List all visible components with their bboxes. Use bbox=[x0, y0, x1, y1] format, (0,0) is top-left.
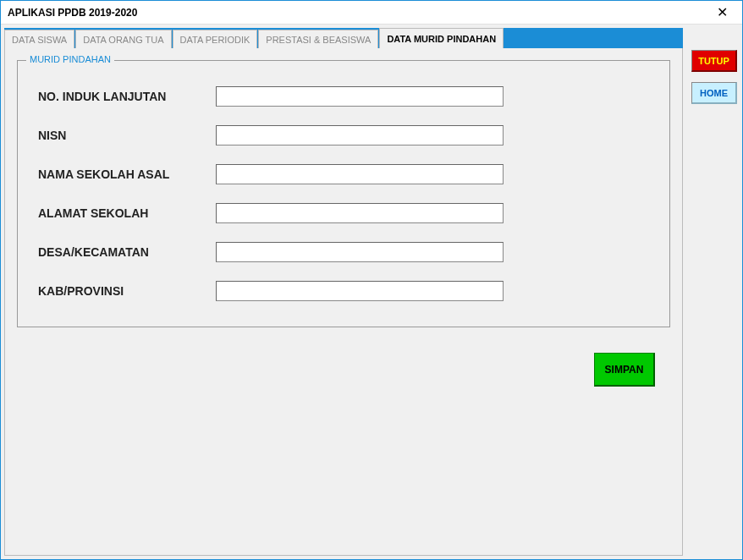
row-nama-sekolah: NAMA SEKOLAH ASAL bbox=[38, 164, 649, 184]
tab-prestasi-beasiswa[interactable]: PRESTASI & BEASISWA bbox=[258, 30, 378, 48]
row-no-induk: NO. INDUK LANJUTAN bbox=[38, 86, 649, 107]
row-nisn: NISN bbox=[38, 125, 649, 145]
fieldset-legend: MURID PINDAHAN bbox=[26, 54, 114, 64]
label-kab: KAB/PROVINSI bbox=[38, 284, 216, 298]
tab-data-orang-tua[interactable]: DATA ORANG TUA bbox=[75, 30, 171, 48]
close-icon[interactable]: ✕ bbox=[708, 4, 735, 20]
tab-data-siswa[interactable]: DATA SISWA bbox=[4, 30, 74, 48]
label-alamat-sekolah: ALAMAT SEKOLAH bbox=[38, 206, 216, 220]
input-kab[interactable] bbox=[216, 281, 504, 301]
home-button[interactable]: HOME bbox=[691, 82, 737, 104]
row-desa: DESA/KECAMATAN bbox=[38, 242, 649, 262]
main-panel: DATA SISWA DATA ORANG TUA DATA PERIODIK … bbox=[4, 28, 683, 556]
button-bar: SIMPAN bbox=[17, 353, 670, 387]
content-area: DATA SISWA DATA ORANG TUA DATA PERIODIK … bbox=[1, 25, 742, 559]
side-panel: TUTUP HOME bbox=[691, 28, 739, 556]
input-nama-sekolah[interactable] bbox=[216, 164, 504, 184]
tutup-button[interactable]: TUTUP bbox=[691, 50, 737, 72]
app-window: APLIKASI PPDB 2019-2020 ✕ DATA SISWA DAT… bbox=[0, 0, 743, 560]
tab-data-periodik[interactable]: DATA PERIODIK bbox=[173, 30, 258, 48]
input-nisn[interactable] bbox=[216, 125, 504, 145]
tab-data-murid-pindahan[interactable]: DATA MURID PINDAHAN bbox=[379, 28, 504, 48]
tab-body: MURID PINDAHAN NO. INDUK LANJUTAN NISN N… bbox=[4, 48, 683, 556]
simpan-button[interactable]: SIMPAN bbox=[594, 353, 655, 387]
input-desa[interactable] bbox=[216, 242, 504, 262]
tabstrip: DATA SISWA DATA ORANG TUA DATA PERIODIK … bbox=[4, 28, 683, 48]
window-title: APLIKASI PPDB 2019-2020 bbox=[8, 7, 137, 19]
titlebar: APLIKASI PPDB 2019-2020 ✕ bbox=[1, 1, 742, 25]
label-no-induk: NO. INDUK LANJUTAN bbox=[38, 90, 216, 103]
label-nama-sekolah: NAMA SEKOLAH ASAL bbox=[38, 167, 216, 181]
label-nisn: NISN bbox=[38, 129, 216, 142]
label-desa: DESA/KECAMATAN bbox=[38, 245, 216, 259]
input-alamat-sekolah[interactable] bbox=[216, 203, 504, 223]
row-alamat-sekolah: ALAMAT SEKOLAH bbox=[38, 203, 649, 223]
fieldset-murid-pindahan: MURID PINDAHAN NO. INDUK LANJUTAN NISN N… bbox=[17, 60, 670, 327]
row-kab: KAB/PROVINSI bbox=[38, 281, 649, 301]
input-no-induk[interactable] bbox=[216, 86, 504, 107]
